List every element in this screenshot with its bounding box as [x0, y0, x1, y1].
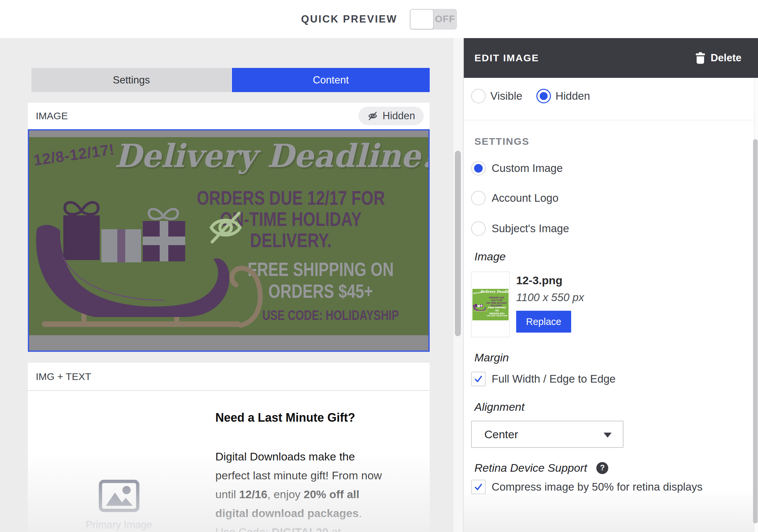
- holiday-banner-image: 12/8-12/17! Delivery Deadline! ORDERS DU…: [29, 137, 428, 335]
- email-text-column[interactable]: Need a Last Minute Gift? Digital Downloa…: [215, 411, 401, 532]
- hidden-radio-label[interactable]: Hidden: [556, 90, 590, 102]
- image-block: IMAGE Hidden 12/8-12/17! Delivery Deadli…: [28, 103, 430, 352]
- compress-option: Compress image by 50% for retina display…: [471, 480, 702, 494]
- tab-settings[interactable]: Settings: [31, 68, 231, 92]
- visible-radio[interactable]: [471, 89, 486, 103]
- banner-promo-code: USE CODE: HOLIDAYSHIP: [250, 307, 411, 323]
- quick-preview-toggle[interactable]: OFF: [410, 9, 457, 29]
- caret-down-icon: [604, 433, 612, 438]
- custom-image-radio[interactable]: [471, 161, 486, 176]
- tab-content[interactable]: Content: [232, 68, 430, 92]
- check-icon: [474, 482, 483, 492]
- img-text-block-title: IMG + TEXT: [36, 371, 91, 382]
- image-thumbnail-preview: 12/8-12/17! Delivery Deadline! ORDERS DU…: [472, 289, 509, 320]
- retina-field-label: Retina Device Support: [474, 461, 587, 474]
- panel-title: EDIT IMAGE: [474, 52, 539, 64]
- text-paragraph: Digital Downloads make theperfect last m…: [215, 447, 401, 532]
- account-logo-label[interactable]: Account Logo: [492, 192, 559, 204]
- subjects-image-radio[interactable]: [471, 221, 486, 236]
- image-dimensions: 1100 x 550 px: [516, 291, 584, 304]
- custom-image-option: Custom Image: [471, 161, 563, 176]
- visibility-radio-group: Visible Hidden: [471, 89, 590, 103]
- compress-label[interactable]: Compress image by 50% for retina display…: [492, 481, 702, 493]
- primary-image-placeholder[interactable]: Primary Image: [71, 479, 167, 531]
- subjects-image-option: Subject's Image: [471, 221, 569, 236]
- image-filename: 12-3.png: [516, 274, 563, 287]
- panel-divider: [464, 120, 758, 120]
- quick-preview-label: QUICK PREVIEW: [301, 13, 397, 25]
- top-bar: QUICK PREVIEW OFF: [0, 0, 758, 38]
- panel-bottom-fade: [464, 489, 758, 532]
- banner-headline: Delivery Deadline!: [115, 137, 420, 175]
- retina-support-header: Retina Device Support ?: [474, 461, 608, 474]
- full-width-label[interactable]: Full Width / Edge to Edge: [492, 373, 616, 385]
- settings-heading: SETTINGS: [474, 136, 529, 147]
- primary-image-label: Primary Image: [71, 519, 167, 531]
- subjects-image-label[interactable]: Subject's Image: [492, 222, 569, 235]
- panel-scrollbar-thumb[interactable]: [753, 139, 758, 523]
- canvas-scrollbar-track: [453, 38, 463, 532]
- hidden-overlay-eye-off-icon: [204, 206, 247, 249]
- image-block-title: IMAGE: [36, 110, 68, 122]
- sleigh-illustration: [32, 180, 264, 334]
- email-editor-canvas: Settings Content IMAGE Hidden 12/8-12/17…: [0, 38, 463, 532]
- alignment-select[interactable]: Center: [471, 421, 623, 448]
- eye-off-icon: [367, 110, 378, 122]
- image-icon: [98, 479, 140, 512]
- toggle-knob: [410, 9, 433, 29]
- alignment-field-label: Alignment: [474, 400, 524, 413]
- toggle-state-label: OFF: [433, 14, 457, 25]
- trash-icon: [695, 52, 705, 64]
- delete-button-label: Delete: [711, 52, 741, 64]
- canvas-scrollbar-thumb[interactable]: [455, 151, 461, 336]
- image-letterbox-bottom: [29, 335, 428, 350]
- mini-sleigh-illustration: [473, 301, 488, 312]
- edit-image-panel: EDIT IMAGE Delete Visible Hidden SETTING…: [463, 38, 758, 532]
- selected-image-element[interactable]: 12/8-12/17! Delivery Deadline! ORDERS DU…: [28, 129, 430, 352]
- banner-date-range: 12/8-12/17!: [32, 140, 115, 169]
- img-text-content: Primary Image Need a Last Minute Gift? D…: [28, 392, 430, 532]
- image-block-header: IMAGE Hidden: [28, 103, 430, 129]
- account-logo-radio[interactable]: [471, 191, 486, 205]
- question-icon[interactable]: ?: [596, 462, 608, 474]
- check-icon: [474, 374, 483, 384]
- custom-image-label[interactable]: Custom Image: [492, 162, 563, 175]
- delete-button[interactable]: Delete: [695, 52, 741, 64]
- img-text-block: IMG + TEXT Primary Image Need a Last Min…: [28, 363, 430, 532]
- full-width-checkbox[interactable]: [471, 372, 486, 386]
- full-width-option: Full Width / Edge to Edge: [471, 372, 616, 386]
- visible-radio-label[interactable]: Visible: [490, 90, 522, 102]
- hidden-radio[interactable]: [536, 89, 551, 103]
- img-text-block-header: IMG + TEXT: [28, 363, 430, 391]
- replace-button[interactable]: Replace: [516, 311, 571, 333]
- image-field-label: Image: [474, 250, 506, 263]
- hidden-badge[interactable]: Hidden: [358, 107, 424, 125]
- alignment-value: Center: [484, 428, 518, 441]
- margin-field-label: Margin: [474, 351, 509, 364]
- image-letterbox-top: [29, 131, 428, 137]
- hidden-badge-label: Hidden: [383, 110, 415, 122]
- compress-checkbox[interactable]: [471, 480, 486, 494]
- account-logo-option: Account Logo: [471, 191, 559, 205]
- image-thumbnail: 12/8-12/17! Delivery Deadline! ORDERS DU…: [471, 272, 510, 337]
- text-heading: Need a Last Minute Gift?: [215, 411, 401, 425]
- panel-header: EDIT IMAGE Delete: [464, 38, 758, 78]
